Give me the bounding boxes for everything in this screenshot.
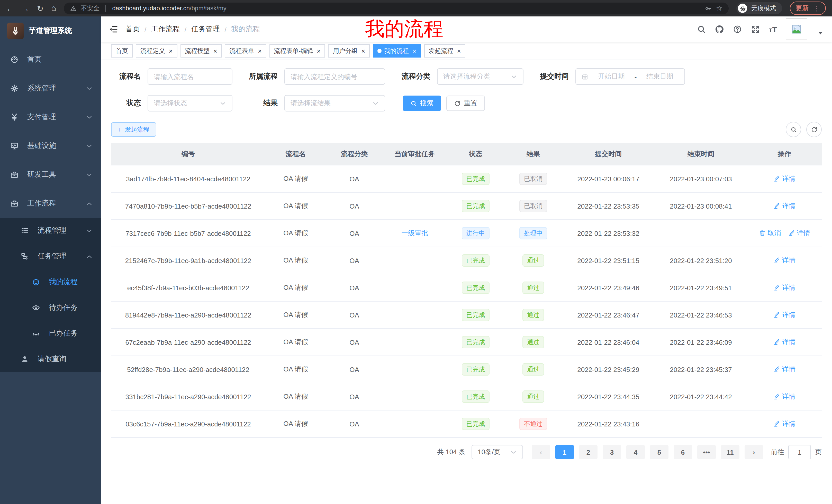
cell-submit-time: 2022-01-22 23:49:46 [562, 274, 655, 301]
eye-icon [32, 304, 40, 312]
github-icon[interactable] [715, 25, 724, 34]
avatar[interactable] [786, 19, 807, 40]
submit-time-range-picker[interactable]: 开始日期 - 结束日期 [575, 68, 685, 85]
page-button-6[interactable]: 6 [674, 445, 692, 459]
sidebar-item-process-management[interactable]: 流程管理 [0, 218, 101, 244]
prev-page-button[interactable]: ‹ [532, 445, 550, 459]
breadcrumb-workflow[interactable]: 工作流程 [151, 25, 180, 34]
page-button-11[interactable]: 11 [721, 445, 739, 459]
process-definition-input[interactable] [284, 68, 385, 85]
detail-action-link[interactable]: 详情 [773, 256, 796, 265]
close-tab-icon[interactable]: × [213, 48, 217, 54]
detail-action-link[interactable]: 详情 [788, 229, 810, 238]
current-task-link[interactable]: 一级审批 [401, 229, 428, 237]
column-header-1: 流程名 [265, 143, 326, 165]
close-tab-icon[interactable]: × [317, 48, 321, 54]
help-icon[interactable] [733, 25, 742, 34]
detail-action-link[interactable]: 详情 [773, 365, 796, 374]
cell-result: 通过 [504, 383, 562, 410]
refresh-table-button[interactable] [806, 122, 822, 137]
process-category-select[interactable]: 请选择流程分类 [437, 68, 523, 85]
tab-流程表单-编辑[interactable]: 流程表单-编辑× [269, 44, 325, 58]
result-select[interactable]: 请选择流结果 [284, 95, 385, 111]
avatar-caret-icon[interactable] [817, 30, 824, 36]
page-button-2[interactable]: 2 [579, 445, 598, 459]
create-process-button[interactable]: + 发起流程 [111, 122, 156, 137]
cell-category: OA [326, 192, 383, 220]
fullscreen-icon[interactable] [751, 25, 760, 34]
tab-发起流程[interactable]: 发起流程× [424, 44, 465, 58]
detail-action-link[interactable]: 详情 [773, 338, 796, 347]
sidebar-item-infrastructure[interactable]: 基础设施 [0, 132, 101, 160]
browser-back-icon[interactable]: ← [6, 4, 14, 12]
close-tab-icon[interactable]: × [258, 48, 261, 54]
sidebar-item-system[interactable]: 系统管理 [0, 74, 101, 103]
detail-action-link[interactable]: 详情 [773, 174, 796, 184]
page-button-3[interactable]: 3 [603, 445, 621, 459]
goto-page-input[interactable] [788, 445, 811, 459]
sidebar-item-done-tasks[interactable]: 已办任务 [0, 320, 101, 346]
detail-action-link[interactable]: 详情 [773, 283, 796, 292]
tab-首页[interactable]: 首页 [111, 44, 133, 58]
breadcrumb-task-management[interactable]: 任务管理 [191, 25, 220, 34]
tab-用户分组[interactable]: 用户分组× [328, 44, 370, 58]
page-button-1[interactable]: 1 [555, 445, 574, 459]
sidebar-item-home[interactable]: 首页 [0, 45, 101, 74]
browser-reload-icon[interactable]: ↻ [37, 4, 44, 12]
process-name-input[interactable] [148, 68, 232, 85]
reset-button[interactable]: 重置 [446, 95, 485, 111]
tags-bar: 首页流程定义×流程模型×流程表单×流程表单-编辑×用户分组×我的流程×发起流程× [101, 42, 832, 60]
page-size-select[interactable]: 10条/页 [471, 445, 523, 459]
sidebar-item-my-process[interactable]: 我的流程 [0, 269, 101, 295]
chevron-down-icon [86, 114, 93, 120]
page-button-5[interactable]: 5 [650, 445, 669, 459]
cell-result: 不通过 [504, 410, 562, 438]
cell-result: 已取消 [504, 192, 562, 220]
table-row: 52ffd28e-7b9a-11ec-a290-acde48001122OA 请… [111, 356, 822, 383]
table-row: 7317cec6-7b9b-11ec-b5b7-acde48001122OA 请… [111, 220, 822, 247]
font-size-icon[interactable]: TT [769, 25, 777, 34]
cell-end-time [655, 410, 747, 438]
breadcrumb-home[interactable]: 首页 [126, 25, 140, 34]
cancel-action-link[interactable]: 取消 [759, 229, 781, 238]
close-tab-icon[interactable]: × [412, 48, 416, 54]
address-bar[interactable]: 不安全 dashboard.yudao.iocoder.cn/bpm/task/… [64, 2, 729, 14]
detail-action-link[interactable]: 详情 [773, 392, 796, 401]
detail-action-link[interactable]: 详情 [773, 201, 796, 211]
toolbox-icon [10, 171, 19, 179]
detail-action-link[interactable]: 详情 [773, 419, 796, 428]
browser-menu-icon[interactable]: ⋮ [813, 5, 820, 11]
table-row: ec45f38f-7b9a-11ec-b03b-acde48001122OA 请… [111, 274, 822, 301]
result-badge: 不通过 [519, 418, 547, 430]
sidebar-item-payment[interactable]: 支付管理 [0, 103, 101, 132]
status-badge: 已完成 [462, 363, 490, 375]
sidebar-item-leave-query[interactable]: 请假查询 [0, 346, 101, 372]
sidebar-item-workflow[interactable]: 工作流程 [0, 189, 101, 218]
page-button-4[interactable]: 4 [626, 445, 645, 459]
search-button[interactable]: 搜索 [402, 95, 441, 111]
next-page-button[interactable]: › [745, 445, 763, 459]
show-search-button[interactable] [786, 122, 801, 137]
sidebar-item-task-management[interactable]: 任务管理 [0, 244, 101, 269]
close-tab-icon[interactable]: × [457, 48, 461, 54]
close-tab-icon[interactable]: × [169, 48, 173, 54]
tab-流程表单[interactable]: 流程表单× [225, 44, 266, 58]
detail-action-link[interactable]: 详情 [773, 310, 796, 319]
sidebar-item-devtools[interactable]: 研发工具 [0, 160, 101, 189]
tab-流程模型[interactable]: 流程模型× [180, 44, 222, 58]
bookmark-star-icon[interactable]: ☆ [716, 4, 723, 12]
chevron-down-icon [86, 171, 93, 178]
update-button[interactable]: 更新 ⋮ [790, 2, 826, 15]
tab-流程定义[interactable]: 流程定义× [136, 44, 177, 58]
close-tab-icon[interactable]: × [361, 48, 365, 54]
sidebar-item-todo-tasks[interactable]: 待办任务 [0, 295, 101, 320]
action-label: 详情 [782, 256, 796, 265]
browser-home-icon[interactable]: ⌂ [51, 4, 56, 12]
tab-我的流程[interactable]: 我的流程× [373, 44, 421, 58]
sidebar-fold-icon[interactable] [109, 25, 118, 34]
status-select[interactable]: 请选择状态 [148, 95, 232, 111]
password-key-icon[interactable] [705, 5, 712, 11]
browser-forward-icon[interactable]: → [22, 4, 29, 12]
sidebar-item-label: 已办任务 [49, 329, 78, 338]
search-icon[interactable] [697, 25, 706, 34]
